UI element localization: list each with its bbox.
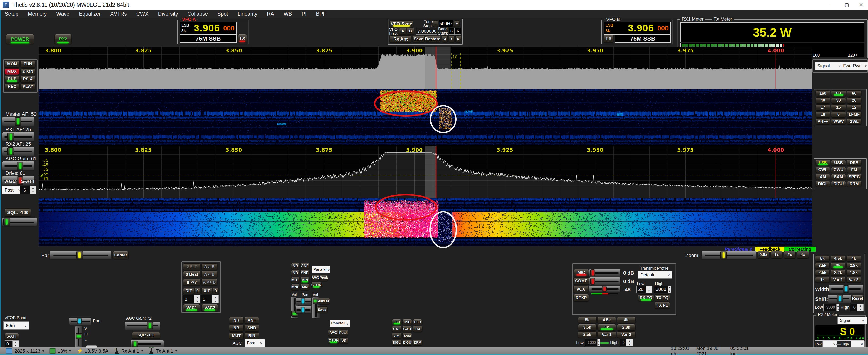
power-button[interactable]: POWER [6,34,34,44]
band-button[interactable]: 40 [816,97,830,103]
vfo-lock-b-button[interactable]: B [407,28,414,34]
filter-width-slider[interactable] [829,285,863,293]
rx2-filter-button[interactable]: 3.5k [578,324,596,330]
rx1-filter-button[interactable]: 3k [831,263,845,268]
rx2-mode-button[interactable]: LSB [392,319,401,325]
xit-spinner[interactable]: 0▲▼ [201,295,219,303]
tx-meter-mode-select[interactable]: Fwd Pwr [841,62,868,70]
rx2-mode-button[interactable]: DIGU [402,339,412,346]
vfo-lock-a-button[interactable]: A [399,28,406,34]
rx2-vol-mini-slider[interactable] [75,326,83,347]
rx2-sql-button[interactable]: SQL: -150 [132,332,160,339]
rx2-button[interactable]: RX2 [55,34,72,44]
window-control-button[interactable]: ▢ [840,0,854,9]
band-button[interactable]: 160 [816,90,830,96]
multirx-button[interactable]: MultiRX [317,298,330,304]
rx2-mode-button[interactable]: FM [413,326,422,332]
zoom-preset-button[interactable]: 0.5x [757,251,769,258]
band-button[interactable]: 30 [831,97,846,103]
rx2-filter-button[interactable]: Var 1 [597,331,616,338]
rx1-panadapter-canvas[interactable] [38,47,812,89]
vac1-button[interactable]: VAC1 [183,304,200,312]
rx1-filter-button[interactable]: 2.5k [815,270,830,275]
restore-button[interactable]: Restore [425,36,440,42]
rx1-filter-button[interactable]: 4k [846,256,861,262]
swap-button[interactable]: Swap [317,306,328,313]
rx2-avg-button[interactable]: AVG [328,330,338,336]
satt-spinner[interactable]: 6▲▼ [20,186,36,194]
band-button[interactable]: 17 [816,105,830,110]
tune-step-plus-button[interactable]: + [454,21,460,27]
split-function-button[interactable]: 0 Beat [183,271,200,278]
rx2-dsp-button[interactable]: SNB [245,325,259,331]
rit-button[interactable]: RIT [183,288,194,294]
rx2-mode-button[interactable]: DRM [413,339,422,346]
mic-button[interactable]: MIC [574,269,589,276]
rx1-dsp-button[interactable]: ANF [300,263,309,269]
rx2-mode-button[interactable]: AM [392,333,401,339]
rx2-filter-button[interactable]: 5k [578,317,596,323]
mode-button[interactable]: USB [831,160,846,166]
rx2-sd-button[interactable]: SD [340,337,348,344]
band-button[interactable]: VHF+ [816,118,830,124]
tx-control-button[interactable]: MON [4,61,20,67]
rx2-filter-button[interactable]: 4.5k [597,317,616,323]
band-button[interactable]: 10 [816,112,830,117]
vfo-b-tx-button[interactable]: TX [604,34,613,43]
status-rx-antenna[interactable]: ↑↑ Rx Ant 1▾ [114,348,143,354]
rx2-dsp-button[interactable]: MUT [229,332,244,339]
status-resolution[interactable]: 2825 x 1123▾ [6,348,44,354]
vac2-button[interactable]: VAC2 [202,304,218,312]
rx2-satt-button[interactable]: S-ATT [4,333,19,339]
comp-slider[interactable] [589,277,621,285]
rx1-display-mode-select[interactable]: Panafall [312,266,330,273]
tx-control-button[interactable]: PLAY [21,83,35,90]
zoom-preset-button[interactable]: 4x [797,251,809,258]
mode-button[interactable]: AM [816,174,830,180]
menu-item[interactable]: XVTRs [105,11,131,17]
mode-button[interactable]: DRM [847,181,861,187]
tx-control-button[interactable]: PS-A [21,76,35,82]
xit-zero-button[interactable]: 0 [213,288,219,294]
vox-slider[interactable] [589,286,621,292]
rx1-filter-button[interactable]: 2.2k [831,270,845,275]
mode-button[interactable]: LSB [816,160,830,166]
rx2-mode-button[interactable]: CWL [392,326,401,332]
af-slider[interactable] [2,147,34,156]
zoom-slider[interactable] [701,250,756,260]
rx1-dsp-button[interactable]: BIN [300,277,309,283]
band-button[interactable]: 20 [847,97,861,103]
rx1-dsp-button[interactable]: NR [291,263,300,269]
zoom-preset-button[interactable]: 1x [771,251,782,258]
split-function-button[interactable]: A <> B [202,279,217,286]
window-control-button[interactable]: ✕ [854,0,868,9]
rx2-mode-button[interactable]: DSB [413,319,422,325]
xit-button[interactable]: XIT [202,288,212,294]
menu-item[interactable]: PI [297,11,311,17]
rx1-filter-button[interactable]: 5k [815,256,830,262]
rx2-mode-button[interactable]: SAM [402,333,412,339]
tx-low-spinner[interactable]: 20▲▼ [637,286,652,293]
rx1-dsp-button[interactable]: +MNF [300,284,309,290]
rx1-filter-button[interactable]: 2.8k [846,263,861,268]
rx2-filter-button[interactable]: 2.5k [578,331,596,338]
vfo-sync-button[interactable]: VFO Sync [390,21,413,27]
band-button[interactable]: 12 [847,105,861,110]
rx2-satt-spinner[interactable]: 0▲▼ [4,341,19,347]
rx2-filter-high-spinner[interactable]: 0▲▼ [620,339,633,346]
menu-item[interactable]: WB [279,11,297,17]
mode-button[interactable]: SPEC [847,174,861,180]
menu-item[interactable]: BPF [311,11,331,17]
band-stack-arrow-button[interactable]: ◀ [442,35,448,42]
rx1-filter-button[interactable]: 4.5k [831,256,845,262]
band-button[interactable]: LFMF [847,112,861,117]
menu-item[interactable]: Equalizer [74,11,105,17]
rx2-mode-button[interactable]: CWU [402,326,412,332]
rx2-mode-button[interactable]: USB [402,319,412,325]
rx1-filter-low-spinner[interactable]: -3000▲▼ [823,304,839,312]
sql-button[interactable]: SQL: -160 [5,208,31,216]
rx1-filter-button[interactable]: Var 2 [846,277,861,283]
pan-center-button[interactable]: Center [113,251,129,259]
status-tx-antenna[interactable]: ⌒⌒ Tx Ant 1▾ [149,348,177,354]
split-function-button[interactable]: IF->V [183,279,200,286]
